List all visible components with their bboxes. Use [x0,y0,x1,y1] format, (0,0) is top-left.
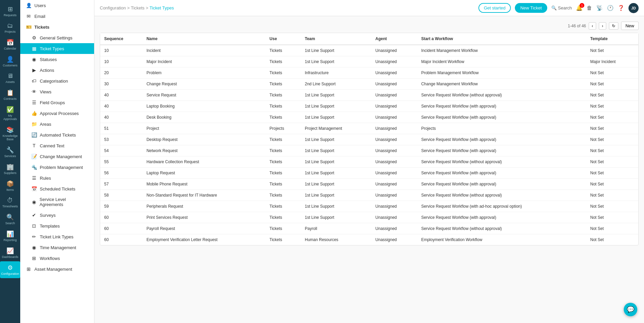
get-started-button[interactable]: Get started [478,3,511,13]
sidebar-item-templates[interactable]: ⊡ Templates [20,221,94,231]
icon-nav-item-projects[interactable]: 🗂 Projects [0,20,20,36]
icon-nav-item-requests[interactable]: ⊞ Requests [0,3,20,20]
cell-team: 1st Line Support [301,190,371,201]
cell-workflow: Service Request Workflow (with approval) [417,145,586,156]
cell-use: Tickets [265,156,301,168]
icon-nav-item-timesheets[interactable]: ⏱ Timesheets [0,194,20,211]
table-row[interactable]: 20 Problem Tickets Infrastructure Unassi… [100,67,638,79]
sidebar-item-automated-tickets[interactable]: 🔄 Automated Tickets [20,129,94,140]
search-label: Search [5,222,15,225]
help-icon[interactable]: ❓ [618,5,624,11]
chat-bubble[interactable]: 💬 [624,303,637,316]
feed-icon[interactable]: 📡 [596,5,603,11]
icon-nav-item-customers[interactable]: 👤 Customers [0,53,20,70]
breadcrumb-tickets[interactable]: Tickets [131,5,145,10]
icon-nav-item-dashboards[interactable]: 📈 Dashboards [0,244,20,261]
sidebar-item-areas[interactable]: 📁 Areas [20,119,94,129]
notification-icon[interactable]: 🔔 1 [576,5,583,11]
icon-nav-item-assets[interactable]: 🖥 Assets [0,70,20,86]
sidebar-item-general-settings[interactable]: ⚙ General Settings [20,32,94,43]
sidebar-item-ticket-types[interactable]: ▦ Ticket Types [20,43,94,54]
cell-template: Not Set [586,179,639,190]
refresh-button[interactable]: ↻ [609,22,618,30]
sidebar-item-sla[interactable]: ◉ Service Level Agreements [20,194,94,210]
sidebar-item-approval-processes[interactable]: 👍 Approval Processes [20,108,94,119]
sidebar-item-categorisation[interactable]: 🏷 Categorisation [20,76,94,86]
sidebar-item-tickets[interactable]: 🎫 Tickets [20,22,94,32]
new-ticket-button[interactable]: New Ticket [515,3,547,13]
breadcrumb-configuration[interactable]: Configuration [100,5,126,10]
new-button[interactable]: New [621,22,639,30]
sidebar-item-surveys[interactable]: ✔ Surveys [20,210,94,221]
sidebar-item-problem-management[interactable]: 🔩 Problem Management [20,162,94,173]
table-row[interactable]: 57 Mobile Phone Request Tickets 1st Line… [100,179,638,190]
sidebar-item-actions[interactable]: ▶ Actions [20,65,94,76]
icon-nav-item-services[interactable]: 🔧 Services [0,144,20,160]
sidebar-item-scheduled-tickets[interactable]: 📅 Scheduled Tickets [20,183,94,194]
suppliers-label: Suppliers [4,171,17,175]
sidebar-item-field-groups[interactable]: ☰ Field Groups [20,97,94,108]
icon-nav-item-my-approvals[interactable]: ✅ My Approvals [0,103,20,123]
cell-template: Not Set [586,134,639,145]
sidebar-item-rules[interactable]: ☰ Rules [20,173,94,183]
avatar[interactable]: JD [628,3,639,13]
sidebar-item-views[interactable]: 👁 Views [20,86,94,97]
sidebar-item-canned-text[interactable]: T Canned Text [20,140,94,151]
table-row[interactable]: 10 Incident Tickets 1st Line Support Una… [100,45,638,56]
next-page-button[interactable]: › [599,22,606,30]
table-row[interactable]: 10 Major Incident Tickets 1st Line Suppo… [100,56,638,67]
icon-nav-item-reporting[interactable]: 📊 Reporting [0,228,20,244]
icon-nav-item-calendar[interactable]: 📅 Calendar [0,36,20,53]
sidebar-item-sla-label: Service Level Agreements [39,197,89,207]
sidebar-item-users[interactable]: 👤 Users [20,0,94,11]
clock-icon[interactable]: 🕐 [607,5,614,11]
table-row[interactable]: 54 Network Request Tickets 1st Line Supp… [100,145,638,156]
table-row[interactable]: 51 Project Projects Project Management U… [100,123,638,134]
table-row[interactable]: 53 Desktop Request Tickets 1st Line Supp… [100,134,638,145]
sidebar-item-ticket-link-types[interactable]: ✏ Ticket Link Types [20,231,94,242]
table-row[interactable]: 60 Print Services Request Tickets 1st Li… [100,212,638,223]
cell-team: 1st Line Support [301,56,371,67]
icon-nav-item-contracts[interactable]: 📋 Contracts [0,86,20,103]
sidebar-item-email[interactable]: ✉ Email [20,11,94,22]
table-row[interactable]: 60 Employment Verification Letter Reques… [100,234,638,245]
prev-page-button[interactable]: ‹ [589,22,596,30]
breadcrumb-sep2: > [146,5,149,10]
general-settings-icon: ⚙ [31,35,37,40]
cell-use: Tickets [265,45,301,56]
sidebar-item-workflows[interactable]: ⊞ Workflows [20,253,94,264]
table-row[interactable]: 40 Service Request Tickets 1st Line Supp… [100,90,638,101]
icon-nav-item-search[interactable]: 🔍 Search [0,211,20,228]
icon-nav-item-knowledge-base[interactable]: 📚 Knowledge Base [0,123,20,144]
content-area: 1-46 of 46 ‹ › ↻ New Sequence Name Use T… [94,16,644,323]
cell-name: Hardware Collection Request [142,156,265,168]
requests-label: Requests [4,13,17,17]
canned-text-icon: T [31,143,37,148]
table-row[interactable]: 56 Laptop Request Tickets 1st Line Suppo… [100,168,638,179]
table-row[interactable]: 55 Hardware Collection Request Tickets 1… [100,156,638,168]
sidebar-item-asset-management[interactable]: ⊞ Asset Management [20,264,94,274]
cell-agent: Unassigned [371,168,417,179]
sidebar-item-users-label: Users [34,3,46,8]
sidebar: 👤 Users ✉ Email 🎫 Tickets ⚙ General Sett… [20,0,94,323]
cell-team: 1st Line Support [301,179,371,190]
icon-nav-item-items[interactable]: 📦 Items [0,177,20,194]
trash-icon[interactable]: 🗑 [587,5,592,11]
topbar-search[interactable]: 🔍 Search [551,5,572,10]
sidebar-item-automated-tickets-label: Automated Tickets [40,133,76,138]
templates-icon: ⊡ [31,223,37,229]
table-row[interactable]: 58 Non-Standard Request for IT Hardware … [100,190,638,201]
icon-nav-item-configuration[interactable]: ⚙ Configuration [0,261,20,278]
sidebar-item-statuses[interactable]: ◉ Statuses [20,54,94,65]
cell-template: Not Set [586,201,639,212]
icon-nav-item-suppliers[interactable]: 🏢 Suppliers [0,160,20,177]
table-row[interactable]: 40 Laptop Booking Tickets 1st Line Suppo… [100,101,638,112]
rules-icon: ☰ [31,175,37,181]
cell-sequence: 60 [100,234,142,245]
table-row[interactable]: 59 Peripherals Request Tickets 1st Line … [100,201,638,212]
sidebar-item-time-management[interactable]: ◉ Time Management [20,242,94,253]
sidebar-item-change-management[interactable]: 📝 Change Management [20,151,94,162]
table-row[interactable]: 40 Desk Booking Tickets 1st Line Support… [100,112,638,123]
table-row[interactable]: 60 Payroll Request Tickets Payroll Unass… [100,223,638,234]
table-row[interactable]: 30 Change Request Tickets 2nd Line Suppo… [100,79,638,90]
